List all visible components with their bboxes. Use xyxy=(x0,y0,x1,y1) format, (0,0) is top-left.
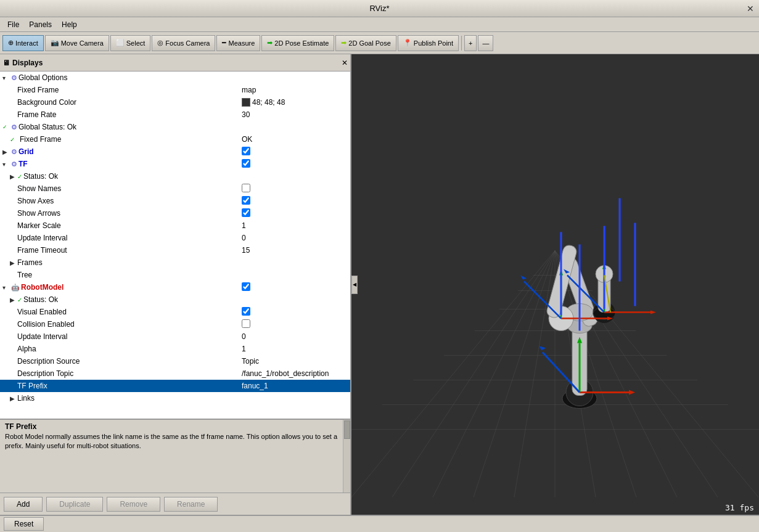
table-row[interactable]: Show Names xyxy=(0,182,350,195)
remove-tool-button[interactable]: — xyxy=(478,35,493,51)
toolbar: ⊕ Interact 📷 Move Camera ⬜ Select ◎ Focu… xyxy=(0,32,759,54)
table-row[interactable]: ▾ ⚙ Global Options xyxy=(0,72,350,84)
checkmark-icon: ✓ xyxy=(17,173,22,180)
table-row[interactable]: Show Arrows xyxy=(0,207,350,219)
displays-header: 🖥 Displays ✕ xyxy=(0,54,350,72)
chevron-right-icon[interactable]: ✓ xyxy=(2,124,10,130)
table-row[interactable]: Description Topic /fanuc_1/robot_descrip… xyxy=(0,367,350,380)
robot-icon: 🤖 xyxy=(11,284,20,292)
table-row[interactable]: ▶ Links xyxy=(0,392,350,404)
pose-estimate-button[interactable]: ➡ 2D Pose Estimate xyxy=(261,35,334,51)
pose-estimate-label: 2D Pose Estimate xyxy=(274,39,329,47)
table-row[interactable]: Marker Scale 1 xyxy=(0,219,350,232)
chevron-right-icon[interactable]: ▶ xyxy=(10,260,17,266)
select-icon: ⬜ xyxy=(116,39,125,47)
button-bar: Add Duplicate Remove Rename xyxy=(0,493,350,515)
publish-point-button[interactable]: 📍 Publish Point xyxy=(398,35,459,51)
focus-camera-icon: ◎ xyxy=(157,39,163,47)
table-row[interactable]: Show Axes xyxy=(0,195,350,207)
toolbar-separator xyxy=(461,36,462,51)
info-text: Robot Model normally assumes the link na… xyxy=(5,432,345,451)
table-row[interactable]: Fixed Frame map xyxy=(0,84,350,96)
table-row[interactable]: Alpha 1 xyxy=(0,343,350,355)
select-button[interactable]: ⬜ Select xyxy=(110,35,151,51)
chevron-down-icon[interactable]: ▾ xyxy=(2,284,10,291)
remove-tool-icon: — xyxy=(482,39,489,47)
table-row[interactable]: ✓ ⚙ Global Status: Ok xyxy=(0,121,350,133)
interact-icon: ⊕ xyxy=(8,39,14,47)
robot-model-checkbox[interactable] xyxy=(242,282,250,291)
menu-panels[interactable]: Panels xyxy=(24,19,57,30)
main-layout: 🖥 Displays ✕ ▾ ⚙ Global Options Fixed Fr… xyxy=(0,54,759,515)
scrollbar-thumb[interactable] xyxy=(344,420,350,439)
table-row[interactable]: ▶ ✓ Status: Ok xyxy=(0,293,350,306)
table-row[interactable]: Description Source Topic xyxy=(0,355,350,367)
table-row[interactable]: Background Color 48; 48; 48 xyxy=(0,96,350,108)
measure-button[interactable]: ━ Measure xyxy=(216,35,260,51)
goal-pose-label: 2D Goal Pose xyxy=(348,39,390,47)
tree-panel[interactable]: ▾ ⚙ Global Options Fixed Frame map Backg… xyxy=(0,72,350,419)
tf-icon: ⚙ xyxy=(11,160,17,168)
menu-file[interactable]: File xyxy=(2,19,24,30)
focus-camera-label: Focus Camera xyxy=(165,39,210,47)
menu-help[interactable]: Help xyxy=(57,19,82,30)
add-button[interactable]: Add xyxy=(4,497,43,512)
settings-icon: ⚙ xyxy=(11,74,17,82)
table-row[interactable]: Collision Enabled xyxy=(0,318,350,330)
table-row[interactable]: Update Interval 0 xyxy=(0,330,350,343)
grid-checkbox[interactable] xyxy=(242,147,250,155)
reset-button[interactable]: Reset xyxy=(4,517,44,531)
remove-button[interactable]: Remove xyxy=(107,497,160,512)
move-camera-label: Move Camera xyxy=(61,39,104,47)
collapse-handle[interactable]: ◀ xyxy=(351,276,358,294)
publish-point-label: Publish Point xyxy=(414,39,453,47)
show-arrows-checkbox[interactable] xyxy=(242,208,250,217)
show-axes-checkbox[interactable] xyxy=(242,196,250,205)
chevron-down-icon[interactable]: ▾ xyxy=(2,75,10,81)
table-row[interactable]: Frame Timeout 15 xyxy=(0,244,350,256)
move-camera-button[interactable]: 📷 Move Camera xyxy=(45,35,109,51)
table-row[interactable]: ▶ Frames xyxy=(0,256,350,269)
move-camera-icon: 📷 xyxy=(51,39,59,47)
viewport[interactable]: ◀ xyxy=(351,54,759,515)
checkmark-icon: ✓ xyxy=(17,297,22,303)
table-row[interactable]: ✓ Fixed Frame OK xyxy=(0,133,350,145)
table-row[interactable]: ▾ ⚙ TF xyxy=(0,158,350,170)
show-names-checkbox[interactable] xyxy=(242,184,250,192)
chevron-down-icon[interactable]: ▾ xyxy=(2,161,10,168)
table-row[interactable]: ▾ 🤖 RobotModel xyxy=(0,281,350,293)
checkmark-icon: ✓ xyxy=(10,136,15,143)
table-row[interactable]: Tree xyxy=(0,269,350,281)
chevron-right-icon[interactable]: ▶ xyxy=(10,297,17,303)
interact-button[interactable]: ⊕ Interact xyxy=(2,35,44,51)
table-row[interactable]: Update Interval 0 xyxy=(0,232,350,244)
scrollbar[interactable] xyxy=(343,420,350,493)
tf-checkbox[interactable] xyxy=(242,159,250,168)
close-button[interactable]: ✕ xyxy=(747,4,754,14)
color-swatch xyxy=(242,98,250,107)
collision-enabled-checkbox[interactable] xyxy=(242,319,250,328)
select-label: Select xyxy=(126,39,146,47)
focus-camera-button[interactable]: ◎ Focus Camera xyxy=(152,35,215,51)
chevron-right-icon[interactable]: ▶ xyxy=(2,149,10,155)
goal-pose-button[interactable]: ➡ 2D Goal Pose xyxy=(335,35,396,51)
add-tool-icon: + xyxy=(469,39,472,47)
measure-label: Measure xyxy=(228,39,255,47)
bottom-bar: Reset xyxy=(0,515,759,532)
pose-estimate-icon: ➡ xyxy=(267,39,273,47)
add-tool-button[interactable]: + xyxy=(464,35,477,51)
table-row[interactable]: TF Prefix fanuc_1 xyxy=(0,380,350,392)
chevron-right-icon[interactable]: ▶ xyxy=(10,395,17,402)
visual-enabled-checkbox[interactable] xyxy=(242,307,250,316)
table-row[interactable]: Frame Rate 30 xyxy=(0,108,350,121)
displays-close-icon[interactable]: ✕ xyxy=(342,59,348,67)
table-row[interactable]: Visual Enabled xyxy=(0,306,350,318)
title-bar: RViz* ✕ xyxy=(0,0,759,17)
duplicate-button[interactable]: Duplicate xyxy=(46,497,103,512)
chevron-right-icon[interactable]: ▶ xyxy=(10,173,17,180)
settings-icon: ⚙ xyxy=(11,123,17,131)
rename-button[interactable]: Rename xyxy=(164,497,218,512)
publish-point-icon: 📍 xyxy=(403,39,412,47)
table-row[interactable]: ▶ ✓ Status: Ok xyxy=(0,170,350,182)
table-row[interactable]: ▶ ⚙ Grid xyxy=(0,145,350,158)
